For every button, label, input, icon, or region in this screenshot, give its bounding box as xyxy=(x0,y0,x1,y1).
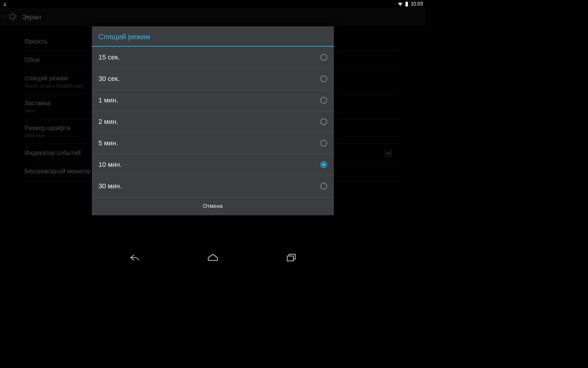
option-label: 1 мин. xyxy=(99,96,320,104)
radio-icon xyxy=(320,140,327,147)
option-label: 10 мин. xyxy=(99,161,320,169)
option-15sec[interactable]: 15 сек. xyxy=(92,47,334,68)
svg-rect-0 xyxy=(287,256,293,261)
radio-icon xyxy=(320,183,327,190)
dialog-options-list: 15 сек. 30 сек. 1 мин. 2 мин. 5 мин. 10 … xyxy=(92,47,334,197)
radio-icon xyxy=(320,118,327,125)
cancel-button-label: Отмена xyxy=(203,203,223,209)
option-5min[interactable]: 5 мин. xyxy=(92,132,334,154)
option-label: 15 сек. xyxy=(99,53,320,61)
wifi-icon xyxy=(397,2,403,6)
sleep-timeout-dialog: Спящий режим 15 сек. 30 сек. 1 мин. 2 ми… xyxy=(92,26,334,215)
radio-icon xyxy=(320,97,327,104)
radio-selected-icon xyxy=(320,161,327,168)
option-30min[interactable]: 30 мин. xyxy=(92,175,334,197)
nav-back-button[interactable] xyxy=(126,249,143,266)
option-label: 5 мин. xyxy=(99,139,320,147)
nav-home-button[interactable] xyxy=(204,249,221,266)
option-label: 2 мин. xyxy=(99,118,320,126)
radio-icon xyxy=(320,75,327,82)
nav-recents-button[interactable] xyxy=(283,249,300,266)
option-1min[interactable]: 1 мин. xyxy=(92,90,334,111)
option-label: 30 мин. xyxy=(99,182,320,190)
option-10min[interactable]: 10 мин. xyxy=(92,154,334,175)
cancel-button[interactable]: Отмена xyxy=(92,197,334,215)
navigation-bar xyxy=(0,249,425,266)
download-icon xyxy=(2,2,7,6)
option-30sec[interactable]: 30 сек. xyxy=(92,68,334,90)
battery-icon xyxy=(405,2,408,6)
option-2min[interactable]: 2 мин. xyxy=(92,111,334,132)
radio-icon xyxy=(320,54,327,61)
option-label: 30 сек. xyxy=(99,75,320,83)
dialog-title: Спящий режим xyxy=(92,26,334,46)
status-bar: 10:03 xyxy=(0,0,425,8)
status-clock: 10:03 xyxy=(411,1,423,7)
